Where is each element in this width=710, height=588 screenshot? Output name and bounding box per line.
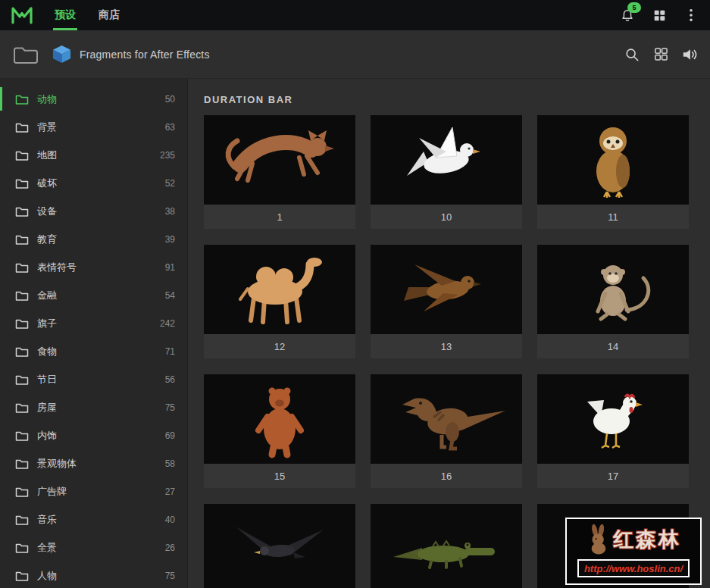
sidebar-item[interactable]: 金融 54	[0, 281, 187, 309]
folder-icon	[15, 429, 29, 443]
topbar-tab[interactable]: 预设	[55, 0, 76, 30]
sidebar-item[interactable]: 广告牌 27	[0, 477, 187, 505]
apps-grid-button[interactable]	[651, 7, 668, 23]
eagle-thumbnail	[204, 504, 355, 588]
sidebar-item[interactable]: 破坏 52	[0, 169, 187, 197]
sidebar-item-label: 破坏	[37, 177, 57, 190]
sidebar-item-count: 58	[165, 458, 175, 469]
folder-icon	[15, 92, 29, 106]
search-button[interactable]	[624, 46, 640, 63]
tab-label: 商店	[99, 8, 120, 22]
pack-title: Fragments for After Effects	[80, 48, 210, 61]
preset-number: 12	[204, 334, 355, 358]
topbar-tabs: 预设商店	[55, 0, 120, 30]
sidebar-item-count: 75	[165, 402, 175, 413]
sidebar-item-count: 50	[165, 94, 175, 105]
sidebar-item-count: 69	[165, 430, 175, 441]
preset-card[interactable]: 16	[371, 374, 522, 488]
preset-card[interactable]: 1	[204, 115, 355, 229]
folder-icon	[15, 345, 29, 358]
dove-thumbnail	[371, 115, 522, 205]
folder-icon	[15, 569, 29, 583]
sidebar-item[interactable]: 全景 26	[0, 533, 187, 561]
sidebar-item-label: 全景	[37, 541, 57, 555]
sidebar-item-label: 景观物体	[37, 457, 77, 471]
sidebar-item[interactable]: 内饰 69	[0, 421, 187, 449]
sidebar-item-label: 地图	[37, 149, 57, 162]
folder-icon	[15, 541, 29, 555]
sidebar-item[interactable]: 音乐 40	[0, 505, 187, 533]
folder-icon	[15, 120, 29, 134]
sidebar-item[interactable]: 景观物体 58	[0, 449, 187, 477]
chicken-thumbnail	[537, 374, 689, 464]
sidebar-item-count: 235	[160, 150, 175, 161]
sidebar-item-label: 金融	[37, 289, 57, 302]
folder-up-button[interactable]	[12, 44, 39, 65]
preset-card[interactable]	[204, 504, 355, 588]
view-grid-button[interactable]	[652, 46, 669, 63]
camel-thumbnail	[204, 245, 355, 334]
folder-icon	[12, 44, 39, 65]
sidebar-item[interactable]: 背景 63	[0, 113, 187, 141]
sidebar-item[interactable]: 人物 75	[0, 561, 187, 588]
sparrow-thumbnail	[371, 245, 522, 334]
watermark-title: 红森林	[613, 526, 681, 553]
notification-badge: 5	[627, 2, 641, 13]
sidebar-item-count: 242	[160, 318, 175, 329]
section-title: DURATION BAR	[204, 94, 710, 105]
pack-icon	[52, 44, 72, 64]
sidebar-item-count: 52	[165, 178, 175, 189]
sidebar-item[interactable]: 食物 71	[0, 337, 187, 365]
preset-card[interactable]	[371, 504, 522, 588]
sidebar-item-label: 房屋	[37, 401, 57, 414]
sidebar-item-label: 教育	[37, 233, 57, 246]
motion-bro-logo	[11, 5, 33, 25]
sidebar-item-count: 71	[165, 346, 175, 357]
preset-card[interactable]: 12	[204, 245, 355, 358]
topbar-actions: 5	[619, 7, 699, 23]
preset-card[interactable]: 13	[371, 245, 522, 358]
sidebar-item-label: 广告牌	[37, 485, 67, 499]
overflow-menu-button[interactable]	[683, 7, 699, 23]
sidebar-item-label: 旗子	[37, 317, 57, 330]
preset-card[interactable]: 15	[204, 374, 355, 488]
sidebar-item-label: 设备	[37, 205, 57, 218]
preset-card[interactable]: 17	[537, 374, 689, 488]
sidebar-item-label: 内饰	[37, 429, 57, 443]
sidebar-item[interactable]: 教育 39	[0, 225, 187, 253]
preset-number: 13	[371, 334, 522, 358]
watermark-url: http://www.hoslin.cn/	[584, 563, 683, 574]
folder-icon	[15, 289, 29, 302]
sidebar-item[interactable]: 表情符号 91	[0, 253, 187, 281]
fragments-cube-icon	[52, 44, 72, 64]
view-grid-icon	[654, 47, 668, 61]
sidebar-item[interactable]: 房屋 75	[0, 393, 187, 421]
folder-icon	[15, 317, 29, 330]
folder-icon	[15, 205, 29, 218]
presets-panel: DURATION BAR 1 10 11 12 13 14 15 16 17	[188, 79, 710, 588]
sidebar-item-label: 食物	[37, 345, 57, 358]
sidebar-item[interactable]: 动物 50	[0, 85, 187, 113]
sidebar-item[interactable]: 节日 56	[0, 365, 187, 393]
preset-card[interactable]: 14	[537, 245, 689, 358]
folder-icon	[15, 457, 29, 471]
sidebar-item-label: 节日	[37, 373, 57, 386]
sidebar-item[interactable]: 旗子 242	[0, 309, 187, 337]
topbar-tab[interactable]: 商店	[99, 0, 120, 30]
folder-icon	[15, 261, 29, 274]
notifications-button[interactable]: 5	[619, 7, 636, 23]
sound-button[interactable]	[681, 46, 698, 63]
preset-card[interactable]: 11	[537, 115, 689, 229]
preset-card[interactable]: 10	[371, 115, 522, 229]
cat-thumbnail	[204, 115, 355, 205]
preset-number: 14	[537, 334, 689, 358]
monkey-thumbnail	[537, 245, 689, 334]
folder-icon	[15, 177, 29, 190]
sidebar-item-count: 75	[165, 571, 175, 581]
sidebar-item-count: 27	[165, 486, 175, 497]
sidebar-item-label: 音乐	[37, 513, 57, 527]
sidebar-item[interactable]: 地图 235	[0, 141, 187, 169]
sidebar-item[interactable]: 设备 38	[0, 197, 187, 225]
sidebar-item-label: 动物	[37, 92, 57, 106]
folder-icon	[15, 373, 29, 386]
